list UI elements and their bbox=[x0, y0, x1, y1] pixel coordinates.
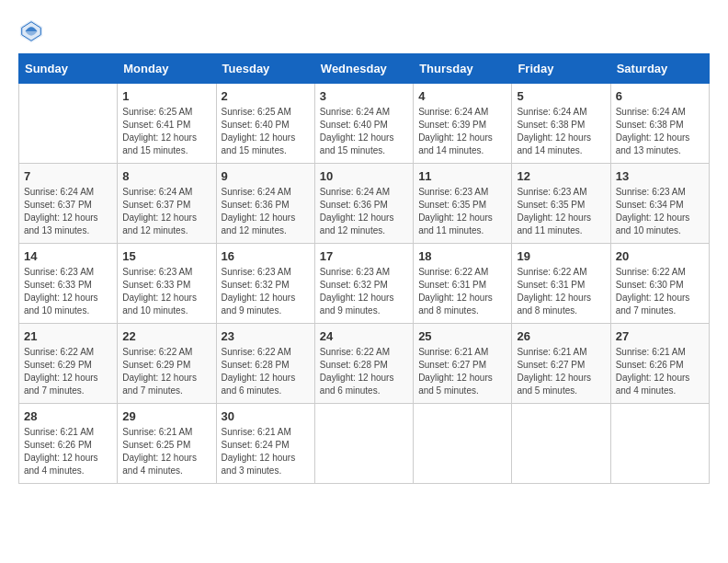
calendar-week-row: 7 Sunrise: 6:24 AM Sunset: 6:37 PM Dayli… bbox=[19, 164, 710, 244]
daylight-text: Daylight: 12 hours and 13 minutes. bbox=[616, 132, 690, 155]
calendar-day-cell: 23 Sunrise: 6:22 AM Sunset: 6:28 PM Dayl… bbox=[216, 324, 314, 404]
day-info: Sunrise: 6:22 AM Sunset: 6:28 PM Dayligh… bbox=[320, 346, 408, 397]
calendar-day-cell bbox=[512, 404, 610, 484]
sunset-text: Sunset: 6:38 PM bbox=[517, 120, 585, 130]
sunset-text: Sunset: 6:32 PM bbox=[222, 280, 290, 290]
sunrise-text: Sunrise: 6:21 AM bbox=[122, 427, 192, 437]
calendar-day-header: Wednesday bbox=[314, 54, 413, 84]
daylight-text: Daylight: 12 hours and 8 minutes. bbox=[418, 293, 493, 316]
sunset-text: Sunset: 6:24 PM bbox=[222, 440, 290, 450]
logo bbox=[18, 18, 48, 44]
day-info: Sunrise: 6:22 AM Sunset: 6:31 PM Dayligh… bbox=[418, 266, 506, 317]
daylight-text: Daylight: 12 hours and 7 minutes. bbox=[616, 293, 690, 316]
day-number: 15 bbox=[122, 249, 210, 263]
day-number: 29 bbox=[122, 409, 210, 423]
calendar-day-cell: 17 Sunrise: 6:23 AM Sunset: 6:32 PM Dayl… bbox=[314, 244, 413, 324]
calendar-day-cell: 28 Sunrise: 6:21 AM Sunset: 6:26 PM Dayl… bbox=[19, 404, 118, 484]
day-info: Sunrise: 6:24 AM Sunset: 6:40 PM Dayligh… bbox=[320, 106, 408, 157]
calendar-day-cell: 29 Sunrise: 6:21 AM Sunset: 6:25 PM Dayl… bbox=[118, 404, 216, 484]
day-number: 20 bbox=[616, 249, 704, 263]
daylight-text: Daylight: 12 hours and 12 minutes. bbox=[320, 213, 394, 236]
calendar-day-cell bbox=[19, 84, 118, 164]
sunset-text: Sunset: 6:28 PM bbox=[222, 360, 290, 370]
day-number: 5 bbox=[517, 89, 605, 103]
calendar-day-cell: 14 Sunrise: 6:23 AM Sunset: 6:33 PM Dayl… bbox=[19, 244, 118, 324]
sunrise-text: Sunrise: 6:21 AM bbox=[517, 347, 586, 357]
sunrise-text: Sunrise: 6:23 AM bbox=[320, 267, 390, 277]
calendar-week-row: 21 Sunrise: 6:22 AM Sunset: 6:29 PM Dayl… bbox=[19, 324, 710, 404]
sunrise-text: Sunrise: 6:23 AM bbox=[122, 267, 192, 277]
sunset-text: Sunset: 6:32 PM bbox=[320, 280, 388, 290]
calendar-day-header: Saturday bbox=[610, 54, 709, 84]
calendar-day-cell: 18 Sunrise: 6:22 AM Sunset: 6:31 PM Dayl… bbox=[414, 244, 512, 324]
sunrise-text: Sunrise: 6:24 AM bbox=[418, 107, 488, 117]
sunrise-text: Sunrise: 6:22 AM bbox=[222, 347, 291, 357]
day-info: Sunrise: 6:24 AM Sunset: 6:36 PM Dayligh… bbox=[320, 186, 408, 237]
sunrise-text: Sunrise: 6:25 AM bbox=[122, 107, 192, 117]
day-info: Sunrise: 6:23 AM Sunset: 6:34 PM Dayligh… bbox=[616, 186, 704, 237]
calendar-day-cell: 7 Sunrise: 6:24 AM Sunset: 6:37 PM Dayli… bbox=[19, 164, 118, 244]
calendar-day-cell: 10 Sunrise: 6:24 AM Sunset: 6:36 PM Dayl… bbox=[314, 164, 413, 244]
sunset-text: Sunset: 6:38 PM bbox=[616, 120, 684, 130]
daylight-text: Daylight: 12 hours and 4 minutes. bbox=[122, 453, 197, 476]
daylight-text: Daylight: 12 hours and 4 minutes. bbox=[24, 453, 98, 476]
calendar-week-row: 14 Sunrise: 6:23 AM Sunset: 6:33 PM Dayl… bbox=[19, 244, 710, 324]
calendar-day-cell: 11 Sunrise: 6:23 AM Sunset: 6:35 PM Dayl… bbox=[414, 164, 512, 244]
day-number: 17 bbox=[320, 249, 408, 263]
sunset-text: Sunset: 6:31 PM bbox=[418, 280, 486, 290]
calendar-day-header: Sunday bbox=[19, 54, 118, 84]
day-info: Sunrise: 6:21 AM Sunset: 6:26 PM Dayligh… bbox=[616, 346, 704, 397]
day-number: 6 bbox=[616, 89, 704, 103]
daylight-text: Daylight: 12 hours and 13 minutes. bbox=[24, 213, 98, 236]
sunrise-text: Sunrise: 6:22 AM bbox=[517, 267, 586, 277]
daylight-text: Daylight: 12 hours and 5 minutes. bbox=[517, 373, 591, 396]
sunrise-text: Sunrise: 6:22 AM bbox=[616, 267, 686, 277]
day-number: 10 bbox=[320, 169, 408, 183]
day-info: Sunrise: 6:23 AM Sunset: 6:35 PM Dayligh… bbox=[517, 186, 605, 237]
sunset-text: Sunset: 6:33 PM bbox=[122, 280, 190, 290]
sunset-text: Sunset: 6:37 PM bbox=[24, 200, 92, 210]
sunset-text: Sunset: 6:29 PM bbox=[122, 360, 190, 370]
sunset-text: Sunset: 6:28 PM bbox=[320, 360, 388, 370]
sunset-text: Sunset: 6:37 PM bbox=[122, 200, 190, 210]
calendar-day-cell bbox=[314, 404, 413, 484]
daylight-text: Daylight: 12 hours and 10 minutes. bbox=[122, 293, 197, 316]
day-number: 30 bbox=[222, 409, 310, 423]
day-number: 19 bbox=[517, 249, 605, 263]
calendar-day-cell: 15 Sunrise: 6:23 AM Sunset: 6:33 PM Dayl… bbox=[118, 244, 216, 324]
sunrise-text: Sunrise: 6:24 AM bbox=[222, 187, 291, 197]
sunrise-text: Sunrise: 6:24 AM bbox=[517, 107, 586, 117]
daylight-text: Daylight: 12 hours and 12 minutes. bbox=[122, 213, 197, 236]
day-info: Sunrise: 6:25 AM Sunset: 6:40 PM Dayligh… bbox=[222, 106, 310, 157]
sunrise-text: Sunrise: 6:23 AM bbox=[616, 187, 686, 197]
sunrise-text: Sunrise: 6:22 AM bbox=[320, 347, 390, 357]
day-number: 23 bbox=[222, 329, 310, 343]
day-number: 21 bbox=[24, 329, 112, 343]
sunset-text: Sunset: 6:35 PM bbox=[418, 200, 486, 210]
daylight-text: Daylight: 12 hours and 15 minutes. bbox=[122, 132, 197, 155]
day-info: Sunrise: 6:23 AM Sunset: 6:35 PM Dayligh… bbox=[418, 186, 506, 237]
sunrise-text: Sunrise: 6:21 AM bbox=[24, 427, 94, 437]
calendar-day-cell: 4 Sunrise: 6:24 AM Sunset: 6:39 PM Dayli… bbox=[414, 84, 512, 164]
sunset-text: Sunset: 6:30 PM bbox=[616, 280, 684, 290]
day-number: 3 bbox=[320, 89, 408, 103]
calendar-day-cell: 3 Sunrise: 6:24 AM Sunset: 6:40 PM Dayli… bbox=[314, 84, 413, 164]
sunrise-text: Sunrise: 6:21 AM bbox=[616, 347, 686, 357]
calendar-day-cell bbox=[414, 404, 512, 484]
day-number: 8 bbox=[122, 169, 210, 183]
day-info: Sunrise: 6:24 AM Sunset: 6:37 PM Dayligh… bbox=[122, 186, 210, 237]
daylight-text: Daylight: 12 hours and 6 minutes. bbox=[320, 373, 394, 396]
daylight-text: Daylight: 12 hours and 15 minutes. bbox=[320, 132, 394, 155]
calendar-day-cell: 8 Sunrise: 6:24 AM Sunset: 6:37 PM Dayli… bbox=[118, 164, 216, 244]
day-number: 11 bbox=[418, 169, 506, 183]
logo-icon bbox=[18, 18, 44, 44]
calendar-day-cell: 2 Sunrise: 6:25 AM Sunset: 6:40 PM Dayli… bbox=[216, 84, 314, 164]
sunrise-text: Sunrise: 6:24 AM bbox=[24, 187, 94, 197]
daylight-text: Daylight: 12 hours and 6 minutes. bbox=[222, 373, 296, 396]
daylight-text: Daylight: 12 hours and 14 minutes. bbox=[517, 132, 591, 155]
daylight-text: Daylight: 12 hours and 11 minutes. bbox=[517, 213, 591, 236]
sunset-text: Sunset: 6:33 PM bbox=[24, 280, 92, 290]
sunset-text: Sunset: 6:36 PM bbox=[320, 200, 388, 210]
day-number: 13 bbox=[616, 169, 704, 183]
calendar-header-row: SundayMondayTuesdayWednesdayThursdayFrid… bbox=[19, 54, 710, 84]
